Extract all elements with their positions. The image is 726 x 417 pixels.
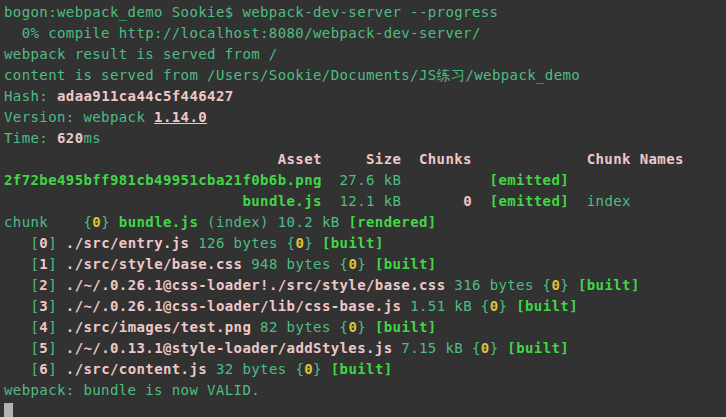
- terminal-text-segment: bundle.js: [242, 193, 321, 209]
- terminal-text-segment: [built]: [375, 319, 437, 335]
- terminal-text-segment: 7.15 kB {: [393, 340, 481, 356]
- terminal-text-segment: ./~/.0.26.1@css-loader/lib/css-base.js: [66, 298, 402, 314]
- terminal-text-segment: [emitted]: [490, 193, 569, 209]
- terminal-text-segment: ]: [48, 256, 66, 272]
- terminal-text-segment: bundle.js: [119, 214, 198, 230]
- terminal-text-segment: webpack result is served from /: [4, 46, 278, 62]
- terminal-text-segment: ./~/.0.13.1@style-loader/addStyles.js: [66, 340, 393, 356]
- terminal-text-segment: 2f72be495bff981cb49951cba21f0b6b.png: [4, 172, 322, 188]
- terminal-line: 0% compile http://localhost:8080/webpack…: [4, 23, 726, 44]
- terminal-text-segment: content is served from /Users/Sookie/Doc…: [4, 67, 580, 83]
- terminal-text-segment: index: [569, 193, 631, 209]
- terminal-text-segment: Asset Size Chunks Chunk Names: [4, 151, 684, 167]
- terminal-line: webpack result is served from /: [4, 44, 726, 65]
- terminal-line: bogon:webpack_demo Sookie$ webpack-dev-s…: [4, 2, 726, 23]
- terminal-line: [6] ./src/content.js 32 bytes {0} [built…: [4, 359, 726, 380]
- terminal-text-segment: ]: [48, 340, 66, 356]
- terminal-text-segment: 32 bytes {: [207, 361, 304, 377]
- terminal-line: [5] ./~/.0.13.1@style-loader/addStyles.j…: [4, 338, 726, 359]
- terminal-text-segment: [built]: [516, 298, 578, 314]
- terminal-line: [1] ./src/style/base.css 948 bytes {0} […: [4, 254, 726, 275]
- terminal-line: [0] ./src/entry.js 126 bytes {0} [built]: [4, 233, 726, 254]
- terminal-line: content is served from /Users/Sookie/Doc…: [4, 65, 726, 86]
- terminal-text-segment: Version: webpack: [4, 109, 154, 125]
- terminal-line: [2] ./~/.0.26.1@css-loader!./src/style/b…: [4, 275, 726, 296]
- terminal-text-segment: }: [490, 340, 508, 356]
- terminal-text-segment: 0: [295, 235, 304, 251]
- terminal-text-segment: 0% compile http://localhost:8080/webpack…: [4, 25, 481, 41]
- terminal-text-segment: 6: [39, 361, 48, 377]
- terminal-text-segment: [built]: [507, 340, 569, 356]
- terminal-text-segment: [: [4, 361, 39, 377]
- terminal-line: chunk {0} bundle.js (index) 10.2 kB [ren…: [4, 212, 726, 233]
- terminal-text-segment: 4: [39, 319, 48, 335]
- terminal-line: Asset Size Chunks Chunk Names: [4, 149, 726, 170]
- terminal-line: bundle.js 12.1 kB 0 [emitted] index: [4, 191, 726, 212]
- terminal-text-segment: 27.6 kB: [322, 172, 490, 188]
- terminal-line: Time: 620ms: [4, 128, 726, 149]
- terminal-text-segment: 12.1 kB: [322, 193, 463, 209]
- terminal-text-segment: ./~/.0.26.1@css-loader!./src/style/base.…: [66, 277, 446, 293]
- terminal-text-segment: 0: [92, 214, 101, 230]
- terminal-text-segment: 82 bytes {: [251, 319, 348, 335]
- terminal-text-segment: 0: [348, 319, 357, 335]
- terminal-text-segment: 0: [304, 361, 313, 377]
- terminal-text-segment: }: [357, 256, 375, 272]
- terminal-text-segment: 1: [39, 256, 48, 272]
- terminal-text-segment: 3: [39, 298, 48, 314]
- terminal-text-segment: adaa911ca44c5f446427: [57, 88, 234, 104]
- terminal-text-segment: 1.14.0: [154, 109, 207, 125]
- terminal-text-segment: [4, 193, 242, 209]
- terminal-text-segment: ]: [48, 361, 66, 377]
- terminal-text-segment: }: [313, 361, 331, 377]
- terminal-text-segment: [emitted]: [490, 172, 569, 188]
- terminal-text-segment: (index) 10.2 kB: [198, 214, 348, 230]
- terminal-prompt-line: [4, 401, 726, 417]
- terminal-text-segment: [built]: [322, 235, 384, 251]
- terminal-text-segment: ms: [83, 130, 101, 146]
- terminal-text-segment: }: [560, 277, 578, 293]
- terminal-cursor: [4, 403, 13, 417]
- terminal-text-segment: 0: [551, 277, 560, 293]
- terminal-text-segment: 126 bytes {: [189, 235, 295, 251]
- terminal-line: [4] ./src/images/test.png 82 bytes {0} […: [4, 317, 726, 338]
- terminal-text-segment: webpack: bundle is now VALID.: [4, 382, 260, 398]
- terminal-text-segment: Time:: [4, 130, 57, 146]
- terminal-text-segment: 0: [481, 340, 490, 356]
- terminal-text-segment: 0: [348, 256, 357, 272]
- terminal-line: [3] ./~/.0.26.1@css-loader/lib/css-base.…: [4, 296, 726, 317]
- terminal-text-segment: 620: [57, 130, 84, 146]
- terminal-text-segment: [built]: [578, 277, 640, 293]
- terminal-line: Hash: adaa911ca44c5f446427: [4, 86, 726, 107]
- terminal-text-segment: [: [4, 235, 39, 251]
- terminal-text-segment: 2: [39, 277, 48, 293]
- terminal-text-segment: 0: [463, 193, 472, 209]
- terminal-text-segment: ]: [48, 277, 66, 293]
- terminal-text-segment: [: [4, 340, 39, 356]
- terminal-text-segment: 1.51 kB {: [401, 298, 489, 314]
- terminal-text-segment: [rendered]: [348, 214, 436, 230]
- terminal-text-segment: Hash:: [4, 88, 57, 104]
- terminal-text-segment: }: [304, 235, 322, 251]
- terminal-text-segment: 948 bytes {: [242, 256, 348, 272]
- terminal-text-segment: ]: [48, 319, 66, 335]
- terminal-text-segment: ./src/entry.js: [66, 235, 190, 251]
- terminal-text-segment: [built]: [375, 256, 437, 272]
- terminal-text-segment: 0: [39, 235, 48, 251]
- terminal-text-segment: bogon:webpack_demo Sookie$ webpack-dev-s…: [4, 4, 498, 20]
- terminal-text-segment: chunk {: [4, 214, 92, 230]
- terminal-window: bogon:webpack_demo Sookie$ webpack-dev-s…: [0, 0, 726, 417]
- terminal-text-segment: }: [498, 298, 516, 314]
- terminal-text-segment: ]: [48, 298, 66, 314]
- terminal-text-segment: [built]: [331, 361, 393, 377]
- terminal-line: Version: webpack 1.14.0: [4, 107, 726, 128]
- terminal-text-segment: [: [4, 277, 39, 293]
- terminal-text-segment: ./src/images/test.png: [66, 319, 251, 335]
- terminal-text-segment: }: [101, 214, 119, 230]
- terminal-text-segment: 316 bytes {: [445, 277, 551, 293]
- terminal-text-segment: 5: [39, 340, 48, 356]
- terminal-text-segment: [: [4, 298, 39, 314]
- terminal-text-segment: ]: [48, 235, 66, 251]
- terminal-text-segment: ./src/style/base.css: [66, 256, 243, 272]
- terminal-text-segment: }: [357, 319, 375, 335]
